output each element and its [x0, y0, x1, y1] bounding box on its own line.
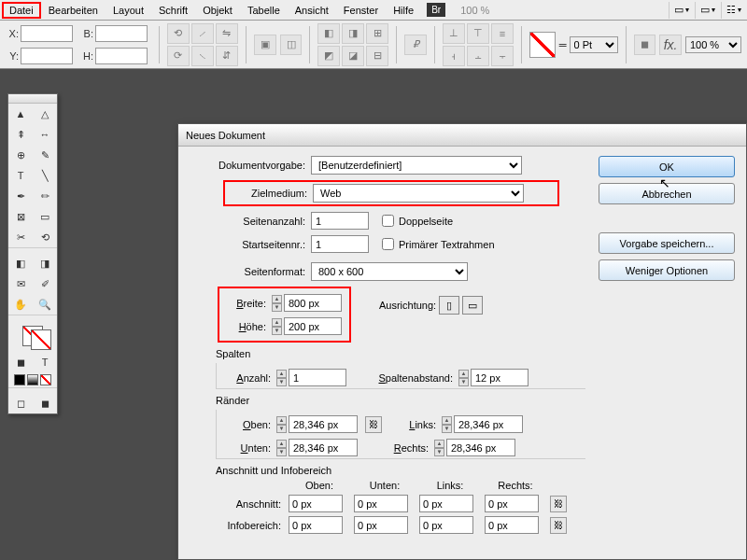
wrap-6-icon[interactable]: ⊟ [366, 46, 388, 66]
margin-link-icon[interactable]: ⛓ [365, 416, 382, 433]
opacity-select[interactable]: 100 % [685, 36, 741, 53]
zoom-level[interactable]: 100 % [460, 5, 489, 16]
width-spinner[interactable]: ▲▼ [272, 295, 282, 312]
gradient-feather-tool-icon[interactable]: ◨ [33, 253, 57, 273]
pencil-tool-icon[interactable]: ✏ [33, 186, 57, 206]
hand-tool-icon[interactable]: ✋ [8, 294, 33, 315]
selection-tool-icon[interactable]: ▲ [8, 104, 33, 124]
colcount-input[interactable] [289, 369, 346, 386]
apply-color-icon[interactable] [14, 374, 25, 385]
bridge-badge[interactable]: Br [427, 3, 445, 17]
apply-text-icon[interactable]: T [33, 352, 57, 372]
ok-button[interactable]: OK [599, 156, 735, 177]
scissors-tool-icon[interactable]: ✂ [8, 227, 33, 247]
orientation-portrait-icon[interactable]: ▯ [439, 296, 459, 315]
h-input[interactable] [95, 48, 148, 64]
bleed-left-input[interactable] [419, 495, 473, 512]
x-input[interactable] [21, 25, 73, 42]
bleed-right-input[interactable] [485, 495, 539, 512]
pagesize-select[interactable]: 747 x 560 [311, 262, 468, 281]
apply-none-icon[interactable] [40, 374, 51, 385]
flip-v-icon[interactable]: ⇵ [216, 46, 238, 66]
note-tool-icon[interactable]: ✉ [8, 273, 33, 294]
gap-tool-icon[interactable]: ↔ [33, 124, 57, 145]
transform-tool-icon[interactable]: ⟲ [33, 227, 57, 247]
eyedropper-tool-icon[interactable]: ✐ [33, 273, 57, 294]
wrap-4-icon[interactable]: ◩ [317, 46, 340, 66]
slug-link-icon[interactable]: ⛓ [550, 517, 567, 534]
slug-top-input[interactable] [289, 516, 343, 534]
slug-bottom-input[interactable] [354, 516, 408, 534]
wrap-1-icon[interactable]: ◧ [317, 23, 340, 44]
rect-tool-icon[interactable]: ▭ [33, 206, 57, 227]
bleed-bottom-input[interactable] [354, 495, 408, 512]
slug-right-input[interactable] [485, 516, 539, 534]
bleed-link-icon[interactable]: ⛓ [550, 496, 567, 512]
stroke-weight-select[interactable]: 0 Pt [570, 36, 618, 53]
menu-datei[interactable]: Datei [2, 2, 41, 19]
screen-mode-icon[interactable]: ▭ [695, 2, 719, 19]
facing-checkbox[interactable] [382, 215, 394, 227]
gutter-spinner[interactable]: ▲▼ [458, 370, 469, 386]
pen-tool-icon[interactable]: ✒ [8, 186, 33, 206]
line-tool-icon[interactable]: ╲ [33, 165, 57, 186]
margin-left-spinner[interactable]: ▲▼ [442, 416, 452, 433]
margin-right-spinner[interactable]: ▲▼ [434, 440, 444, 456]
select-container-icon[interactable]: ◫ [280, 35, 303, 55]
type-tool-icon[interactable]: ✎ [33, 145, 57, 165]
menu-fenster[interactable]: Fenster [336, 2, 386, 19]
align-3-icon[interactable]: ≡ [491, 23, 514, 44]
view-normal-icon[interactable]: ◻ [8, 393, 33, 413]
align-6-icon[interactable]: ⫟ [491, 46, 514, 66]
width-input[interactable] [284, 294, 342, 312]
intent-select[interactable]: Web [313, 184, 524, 203]
align-2-icon[interactable]: ⊤ [467, 23, 489, 44]
direct-select-tool-icon[interactable]: △ [33, 104, 57, 124]
align-4-icon[interactable]: ⫞ [443, 46, 465, 66]
preset-select[interactable]: [Benutzerdefiniert] [311, 156, 522, 175]
menu-layout[interactable]: Layout [106, 2, 151, 19]
menu-objekt[interactable]: Objekt [195, 2, 240, 19]
wrap-2-icon[interactable]: ◨ [342, 23, 364, 44]
gutter-input[interactable] [471, 369, 529, 386]
view-preview-icon[interactable]: ◼ [33, 393, 57, 413]
apply-container-icon[interactable]: ◼ [8, 352, 33, 372]
shear-icon[interactable]: ⟋ [191, 23, 214, 44]
w-input[interactable] [95, 25, 148, 42]
page-tool-icon[interactable]: ⇞ [8, 124, 33, 145]
pages-input[interactable] [311, 212, 369, 230]
margin-bottom-input[interactable] [289, 439, 358, 456]
margin-top-spinner[interactable]: ▲▼ [276, 416, 287, 433]
colcount-spinner[interactable]: ▲▼ [276, 370, 287, 386]
flip-h-icon[interactable]: ⇋ [216, 23, 238, 44]
fill-swatch[interactable] [529, 32, 556, 58]
arrange-icon[interactable]: ☷ [721, 2, 745, 19]
fx-icon[interactable]: fx. [659, 35, 682, 55]
stroke-swatch-tool[interactable] [31, 329, 51, 350]
wrap-5-icon[interactable]: ◪ [342, 46, 364, 66]
select-content-icon[interactable]: ▣ [254, 35, 276, 55]
margin-left-input[interactable] [454, 415, 523, 433]
save-preset-button[interactable]: Vorgabe speichern... [599, 232, 735, 254]
gradient-swatch-tool-icon[interactable]: ◧ [8, 253, 33, 273]
dialog-titlebar[interactable]: Neues Dokument [178, 124, 746, 147]
height-input[interactable] [284, 317, 342, 335]
apply-gradient-icon[interactable] [27, 374, 38, 385]
margin-bottom-spinner[interactable]: ▲▼ [276, 440, 287, 456]
rotate2-icon[interactable]: ⟳ [167, 46, 190, 66]
text-tool-icon[interactable]: T [8, 165, 33, 186]
cancel-button[interactable]: Abbrechen [599, 183, 735, 204]
wrap-3-icon[interactable]: ⊞ [366, 23, 388, 44]
zoom-tool-icon[interactable]: 🔍 [33, 294, 57, 315]
bleed-top-input[interactable] [289, 495, 343, 512]
panel-grip[interactable] [8, 94, 57, 104]
shear2-icon[interactable]: ⟍ [191, 46, 214, 66]
paragraph-icon[interactable]: ₽ [404, 35, 427, 55]
slug-left-input[interactable] [419, 516, 473, 534]
margin-right-input[interactable] [446, 439, 515, 456]
height-spinner[interactable]: ▲▼ [272, 318, 282, 335]
frame-rect-tool-icon[interactable]: ⊠ [8, 206, 33, 227]
margin-top-input[interactable] [289, 415, 358, 433]
orientation-landscape-icon[interactable]: ▭ [462, 296, 483, 315]
menu-schrift[interactable]: Schrift [151, 2, 195, 19]
